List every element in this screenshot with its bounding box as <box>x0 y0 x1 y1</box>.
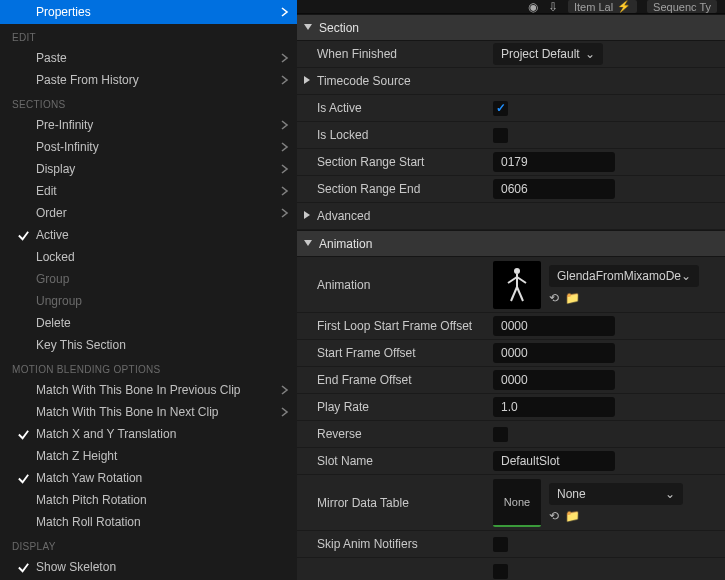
menu-item-display[interactable]: Display <box>0 158 297 180</box>
menu-item-order[interactable]: Order <box>0 202 297 224</box>
triangle-down-icon <box>303 21 313 35</box>
menu-group-header-edit: EDIT <box>0 24 297 47</box>
chevron-down-icon: ⌄ <box>585 47 595 61</box>
menu-label: Properties <box>36 5 271 19</box>
field-start-offset[interactable]: 0000 <box>493 343 615 363</box>
top-chip-item[interactable]: Item Lal ⚡ <box>568 0 637 13</box>
row-range-end: Section Range End 0606 <box>297 176 725 203</box>
row-first-loop-offset: First Loop Start Frame Offset 0000 <box>297 313 725 340</box>
dropdown-when-finished[interactable]: Project Default ⌄ <box>493 43 603 65</box>
eye-icon[interactable]: ◉ <box>528 0 538 14</box>
row-range-start: Section Range Start 0179 <box>297 149 725 176</box>
menu-item-properties[interactable]: Properties <box>0 0 297 24</box>
menu-item-active[interactable]: Active <box>0 224 297 246</box>
checkbox-is-locked[interactable] <box>493 128 508 143</box>
chevron-right-icon <box>271 142 289 152</box>
menu-item-edit[interactable]: Edit <box>0 180 297 202</box>
menu-item-ungroup: Ungroup <box>0 290 297 312</box>
pin-icon[interactable]: ⇩ <box>548 0 558 14</box>
top-chip-sequence[interactable]: Sequenc Ty <box>647 0 717 13</box>
chevron-right-icon <box>271 53 289 63</box>
row-timecode-source[interactable]: Timecode Source <box>297 68 725 95</box>
chevron-right-icon <box>271 164 289 174</box>
field-range-end[interactable]: 0606 <box>493 179 615 199</box>
use-selected-icon[interactable]: ⟲ <box>549 509 559 523</box>
browse-icon[interactable]: 📁 <box>565 291 580 305</box>
checkbox-skip-notifiers[interactable] <box>493 537 508 552</box>
field-end-offset[interactable]: 0000 <box>493 370 615 390</box>
check-icon <box>10 428 36 441</box>
field-slot-name[interactable]: DefaultSlot <box>493 451 615 471</box>
menu-item-pre-infinity[interactable]: Pre-Infinity <box>0 114 297 136</box>
menu-item-match-z[interactable]: Match Z Height <box>0 445 297 467</box>
menu-group-header-sections: SECTIONS <box>0 91 297 114</box>
menu-item-match-next-clip[interactable]: Match With This Bone In Next Clip <box>0 401 297 423</box>
svg-line-4 <box>511 287 517 301</box>
triangle-down-icon <box>303 237 313 251</box>
row-slot-name: Slot Name DefaultSlot <box>297 448 725 475</box>
row-is-locked: Is Locked <box>297 122 725 149</box>
row-mirror-data-table: Mirror Data Table None None ⌄ ⟲ 📁 <box>297 475 725 531</box>
menu-item-match-yaw[interactable]: Match Yaw Rotation <box>0 467 297 489</box>
chevron-right-icon <box>271 7 289 17</box>
dropdown-animation-asset[interactable]: GlendaFromMixamoDe ⌄ <box>549 265 699 287</box>
menu-item-delete[interactable]: Delete <box>0 312 297 334</box>
row-end-offset: End Frame Offset 0000 <box>297 367 725 394</box>
section-header-animation[interactable]: Animation <box>297 230 725 257</box>
svg-line-5 <box>517 287 523 301</box>
chevron-right-icon <box>271 208 289 218</box>
menu-item-show-skeleton[interactable]: Show Skeleton <box>0 556 297 578</box>
row-start-offset: Start Frame Offset 0000 <box>297 340 725 367</box>
row-skip-anim-notifiers: Skip Anim Notifiers <box>297 531 725 558</box>
field-first-loop[interactable]: 0000 <box>493 316 615 336</box>
section-header-section[interactable]: Section <box>297 14 725 41</box>
menu-item-post-infinity[interactable]: Post-Infinity <box>0 136 297 158</box>
chevron-down-icon: ⌄ <box>665 487 675 501</box>
use-selected-icon[interactable]: ⟲ <box>549 291 559 305</box>
check-icon <box>10 229 36 242</box>
top-bar: ◉ ⇩ Item Lal ⚡ Sequenc Ty <box>297 0 725 14</box>
menu-item-group: Group <box>0 268 297 290</box>
menu-item-match-pitch[interactable]: Match Pitch Rotation <box>0 489 297 511</box>
dropdown-mirror-table[interactable]: None ⌄ <box>549 483 683 505</box>
lightning-icon: ⚡ <box>617 0 631 13</box>
details-panel: ◉ ⇩ Item Lal ⚡ Sequenc Ty Section When F… <box>297 0 725 580</box>
row-reverse: Reverse <box>297 421 725 448</box>
chevron-right-icon <box>271 120 289 130</box>
menu-item-locked[interactable]: Locked <box>0 246 297 268</box>
svg-point-0 <box>514 268 520 274</box>
menu-item-paste-history[interactable]: Paste From History <box>0 69 297 91</box>
chevron-right-icon <box>271 385 289 395</box>
chevron-right-icon <box>271 75 289 85</box>
animation-thumbnail[interactable] <box>493 261 541 309</box>
row-is-active: Is Active <box>297 95 725 122</box>
field-range-start[interactable]: 0179 <box>493 152 615 172</box>
triangle-right-icon <box>303 209 311 223</box>
browse-icon[interactable]: 📁 <box>565 509 580 523</box>
row-animation-asset: Animation GlendaFromMixamoDe ⌄ ⟲ <box>297 257 725 313</box>
menu-group-header-motion: MOTION BLENDING OPTIONS <box>0 356 297 379</box>
menu-item-match-roll[interactable]: Match Roll Rotation <box>0 511 297 533</box>
row-when-finished: When Finished Project Default ⌄ <box>297 41 725 68</box>
checkbox-is-active[interactable] <box>493 101 508 116</box>
menu-item-key-this-section[interactable]: Key This Section <box>0 334 297 356</box>
mirror-thumbnail[interactable]: None <box>493 479 541 527</box>
chevron-right-icon <box>271 186 289 196</box>
row-advanced[interactable]: Advanced <box>297 203 725 230</box>
menu-group-header-display: DISPLAY <box>0 533 297 556</box>
check-icon <box>10 561 36 574</box>
row-extra <box>297 558 725 580</box>
check-icon <box>10 472 36 485</box>
svg-line-3 <box>517 277 526 283</box>
triangle-right-icon <box>303 74 311 88</box>
menu-item-match-prev-clip[interactable]: Match With This Bone In Previous Clip <box>0 379 297 401</box>
svg-line-2 <box>508 277 517 283</box>
chevron-down-icon: ⌄ <box>681 269 691 283</box>
checkbox-reverse[interactable] <box>493 427 508 442</box>
context-menu-panel: Properties EDIT Paste Paste From History… <box>0 0 297 580</box>
chevron-right-icon <box>271 407 289 417</box>
field-play-rate[interactable]: 1.0 <box>493 397 615 417</box>
menu-item-match-xy[interactable]: Match X and Y Translation <box>0 423 297 445</box>
checkbox-extra[interactable] <box>493 564 508 579</box>
menu-item-paste[interactable]: Paste <box>0 47 297 69</box>
